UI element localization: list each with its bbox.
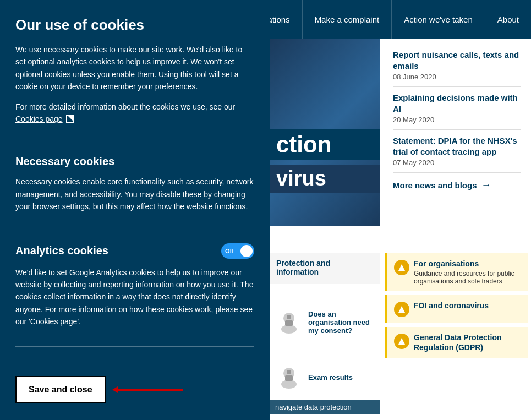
news-sidebar: Report nuisance calls, texts and emails … <box>385 39 528 197</box>
save-close-button[interactable]: Save and close <box>15 376 106 403</box>
svg-marker-10 <box>398 338 405 345</box>
bottom-info-section: Protection and information <box>270 253 380 284</box>
more-news-arrow: → <box>481 179 491 191</box>
consent-link[interactable]: Does an organisation need my consent? <box>308 310 377 335</box>
external-link-icon <box>66 115 74 123</box>
svg-point-5 <box>281 380 297 389</box>
arrow-indicator <box>117 389 183 391</box>
svg-point-1 <box>281 325 297 334</box>
news-item-2: Statement: DPIA for the NHSX's trial of … <box>393 130 521 173</box>
news-date-0: 08 June 2020 <box>393 73 521 81</box>
hero-bottom-text: navigate data protection <box>270 400 380 414</box>
news-date-1: 20 May 2020 <box>393 116 521 124</box>
nav-item-make-complaint[interactable]: Make a complaint <box>302 0 392 39</box>
svg-marker-8 <box>398 264 405 271</box>
news-link-2[interactable]: Statement: DPIA for the NHSX's trial of … <box>393 135 521 157</box>
quick-link-gdpr[interactable]: General Data Protection Regulation (GDPR… <box>385 327 528 358</box>
yellow-circle-1 <box>394 260 409 275</box>
hero-text-1: ction <box>270 129 380 160</box>
save-close-row: Save and close <box>15 376 254 403</box>
yellow-circle-2 <box>394 302 409 317</box>
toggle-track: Off <box>221 243 254 259</box>
quick-link-foi-title: FOI and coronavirus <box>414 301 489 310</box>
quick-link-foi[interactable]: FOI and coronavirus <box>385 295 528 323</box>
news-date-2: 07 May 2020 <box>393 159 521 167</box>
cookie-detail-text: For more detailed information about the … <box>15 101 254 126</box>
cookie-intro-text: We use necessary cookies to make our sit… <box>15 43 254 93</box>
toggle-off-label: Off <box>225 248 234 254</box>
svg-rect-7 <box>285 375 293 381</box>
yellow-circle-3 <box>394 334 409 349</box>
cookies-page-link[interactable]: Cookies page <box>15 113 74 125</box>
divider-2 <box>15 232 254 232</box>
figure-icon-2 <box>275 363 303 391</box>
hero-image: ction virus <box>270 39 380 226</box>
more-news-link[interactable]: More news and blogs → <box>393 179 521 191</box>
news-link-1[interactable]: Explaining decisions made with AI <box>393 92 521 114</box>
figure-icon-1 <box>275 308 303 336</box>
analytics-cookies-text: We'd like to set Google Analytics cookie… <box>15 266 254 328</box>
nav-item-about[interactable]: About <box>485 0 531 39</box>
svg-marker-9 <box>398 306 405 313</box>
news-item-1: Explaining decisions made with AI 20 May… <box>393 87 521 130</box>
news-item-0: Report nuisance calls, texts and emails … <box>393 44 521 87</box>
news-link-0[interactable]: Report nuisance calls, texts and emails <box>393 50 521 71</box>
svg-point-6 <box>287 370 291 374</box>
figure-exam: Exam results <box>270 358 382 396</box>
exam-results-link[interactable]: Exam results <box>308 373 353 381</box>
quick-link-org-title: For organisations <box>414 259 522 269</box>
toggle-knob <box>240 245 253 257</box>
divider-1 <box>15 144 254 144</box>
svg-point-2 <box>287 315 291 319</box>
quick-link-org-sub: Guidance and resources for public organi… <box>414 270 522 285</box>
necessary-cookies-title: Necessary cookies <box>15 155 254 168</box>
cookie-banner-title: Our use of cookies <box>15 17 254 34</box>
divider-3 <box>15 346 254 347</box>
save-close-area: Save and close <box>15 359 254 403</box>
analytics-cookies-title: Analytics cookies <box>15 244 108 257</box>
analytics-toggle-row: Analytics cookies Off <box>15 243 254 259</box>
quick-links-section: For organisations Guidance and resources… <box>385 253 528 363</box>
nav-item-action-taken[interactable]: Action we've taken <box>391 0 485 39</box>
analytics-toggle[interactable]: Off <box>221 243 254 259</box>
quick-link-organisations[interactable]: For organisations Guidance and resources… <box>385 253 528 291</box>
svg-rect-3 <box>285 320 293 326</box>
figure-consent: Does an organisation need my consent? <box>270 303 382 341</box>
quick-link-gdpr-title: General Data Protection Regulation (GDPR… <box>414 332 522 352</box>
necessary-cookies-text: Necessary cookies enable core functional… <box>15 176 254 212</box>
hero-text-2: virus <box>270 165 380 193</box>
cookie-banner: Our use of cookies We use necessary cook… <box>0 0 270 420</box>
bottom-protection-link[interactable]: Protection and information <box>276 259 373 276</box>
